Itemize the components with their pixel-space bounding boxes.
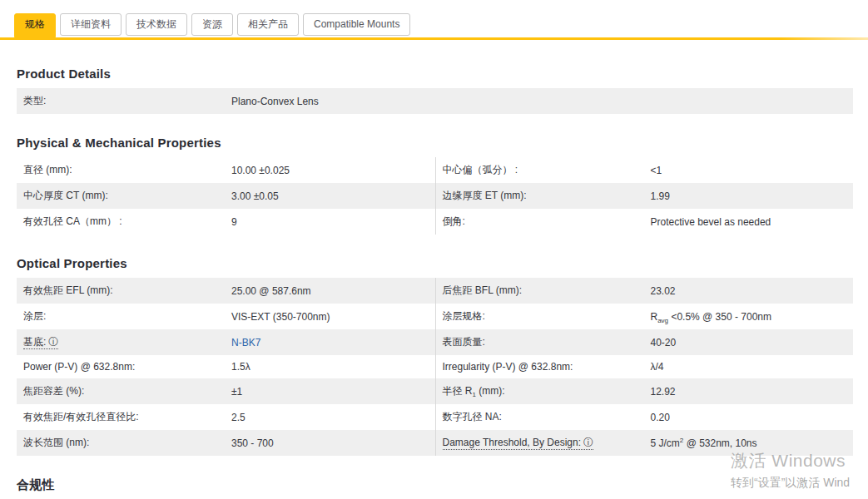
spec-cell: 有效孔径 CA（mm） :9 [17, 209, 435, 235]
spec-row: 涂层:VIS-EXT (350-700nm)涂层规格:Ravg <0.5% @ … [17, 304, 853, 329]
spec-value: 350 - 700 [231, 437, 274, 449]
tab-bar: 规格详细资料技术数据资源相关产品Compatible Mounts [0, 0, 868, 37]
spec-value: 0.20 [651, 412, 670, 423]
spec-label-text: 数字孔径 NA: [443, 411, 502, 422]
spec-label: 类型: [23, 94, 231, 108]
spec-label-text: 有效孔径 CA（mm） : [23, 215, 122, 227]
spec-label-text: 涂层规格: [443, 310, 485, 322]
spec-row: 波长范围 (nm):350 - 700Damage Threshold, By … [17, 430, 853, 456]
spec-value: 12.92 [651, 386, 676, 398]
accent-underline [0, 37, 868, 40]
spec-value: ±1 [231, 386, 242, 398]
spec-label: Damage Threshold, By Design:ⓘ [443, 436, 651, 450]
spec-label-text: Power (P-V) @ 632.8nm: [23, 361, 135, 373]
spec-value: 3.00 ±0.05 [231, 190, 279, 202]
spec-value: 23.02 [651, 285, 676, 297]
spec-label: 波长范围 (nm): [23, 436, 231, 450]
spec-label: 基底:ⓘ [23, 335, 231, 349]
spec-cell: Power (P-V) @ 632.8nm:1.5λ [17, 355, 435, 378]
spec-label-text: 后焦距 BFL (mm): [443, 284, 523, 296]
spec-table: 直径 (mm):10.00 ±0.025中心偏（弧分） :<1中心厚度 CT (… [17, 157, 853, 235]
spec-label-text: 边缘厚度 ET (mm): [443, 190, 527, 201]
spec-value: N-BK7 [231, 337, 260, 348]
spec-cell: 涂层:VIS-EXT (350-700nm) [17, 304, 435, 329]
spec-label-text: 倒角: [443, 215, 465, 227]
spec-value: Plano-Convex Lens [231, 96, 319, 107]
spec-cell: 表面质量:40-20 [435, 329, 854, 355]
spec-row: 有效焦距/有效孔径直径比:2.5数字孔径 NA:0.20 [17, 404, 853, 430]
section-optical-properties: Optical Properties有效焦距 EFL (mm):25.00 @ … [17, 256, 853, 456]
spec-value: Ravg <0.5% @ 350 - 700nm [651, 311, 772, 323]
spec-label: 涂层: [23, 309, 231, 324]
section-title-compliance: 合规性 [17, 477, 853, 493]
spec-cell: 中心偏（弧分） :<1 [435, 157, 854, 183]
tab-specifications[interactable]: 规格 [14, 13, 56, 37]
tab-resources[interactable]: 资源 [191, 13, 233, 36]
spec-cell: 后焦距 BFL (mm):23.02 [435, 278, 854, 304]
spec-cell: 有效焦距/有效孔径直径比:2.5 [17, 404, 435, 430]
spec-value: 5 J/cm2 @ 532nm, 10ns [651, 437, 757, 449]
spec-label: 涂层规格: [443, 309, 651, 324]
spec-cell: Damage Threshold, By Design:ⓘ5 J/cm2 @ 5… [435, 430, 854, 456]
spec-label: Power (P-V) @ 632.8nm: [23, 361, 231, 373]
spec-label: 直径 (mm): [23, 163, 231, 177]
spec-value: 1.5λ [231, 361, 250, 373]
spec-cell: 倒角:Protective bevel as needed [435, 209, 854, 235]
spec-row: 类型:Plano-Convex Lens [17, 88, 853, 114]
spec-row: 有效孔径 CA（mm） :9倒角:Protective bevel as nee… [17, 209, 853, 235]
spec-label: 焦距容差 (%): [23, 384, 231, 398]
spec-sections: Product Details类型:Plano-Convex LensPhysi… [17, 67, 853, 499]
spec-table: 有效焦距 EFL (mm):25.00 @ 587.6nm后焦距 BFL (mm… [17, 278, 853, 456]
section-product-details: Product Details类型:Plano-Convex Lens [17, 67, 853, 114]
spec-value: 40-20 [651, 337, 677, 348]
info-icon[interactable]: ⓘ [48, 336, 58, 348]
info-icon[interactable]: ⓘ [583, 437, 593, 448]
section-physical-mechanical-properties: Physical & Mechanical Properties直径 (mm):… [17, 136, 853, 235]
spec-cell: Irregularity (P-V) @ 632.8nm:λ/4 [435, 355, 854, 378]
spec-value: Protective bevel as needed [651, 216, 771, 228]
spec-label: Irregularity (P-V) @ 632.8nm: [443, 361, 651, 373]
spec-cell: 有效焦距 EFL (mm):25.00 @ 587.6nm [17, 278, 435, 304]
spec-row: 中心厚度 CT (mm):3.00 ±0.05边缘厚度 ET (mm):1.99 [17, 183, 853, 209]
section-compliance: 合规性RoHS:符合标准Certificate of Conformance:浏… [17, 477, 853, 499]
spec-cell: 数字孔径 NA:0.20 [435, 404, 854, 430]
spec-cell: 基底:ⓘN-BK7 [17, 329, 435, 355]
spec-cell: 波长范围 (nm):350 - 700 [17, 430, 435, 456]
spec-value: 9 [231, 216, 237, 228]
spec-label: 倒角: [443, 215, 651, 229]
spec-label-text: 中心厚度 CT (mm): [23, 190, 108, 201]
tab-related-products[interactable]: 相关产品 [237, 13, 299, 36]
spec-label-text: 波长范围 (nm): [23, 437, 89, 448]
spec-row: 有效焦距 EFL (mm):25.00 @ 587.6nm后焦距 BFL (mm… [17, 278, 853, 304]
spec-label-text: 表面质量: [443, 336, 485, 348]
spec-label-text: 焦距容差 (%): [23, 385, 84, 397]
spec-value-link[interactable]: N-BK7 [231, 337, 260, 348]
tab-tech-data[interactable]: 技术数据 [126, 13, 187, 36]
spec-row: Power (P-V) @ 632.8nm:1.5λIrregularity (… [17, 355, 853, 378]
spec-value: <1 [651, 165, 662, 176]
spec-label: 有效孔径 CA（mm） : [23, 215, 231, 229]
spec-cell: 半径 R1 (mm):12.92 [435, 378, 854, 404]
spec-label: 半径 R1 (mm): [443, 384, 651, 398]
spec-label-text: 类型: [23, 95, 46, 106]
spec-label-text[interactable]: 基底:ⓘ [23, 336, 58, 349]
spec-label: 有效焦距 EFL (mm): [23, 284, 231, 298]
spec-label: 中心厚度 CT (mm): [23, 189, 231, 203]
tab-compatible-mounts[interactable]: Compatible Mounts [303, 13, 410, 36]
tab-details[interactable]: 详细资料 [60, 13, 122, 36]
spec-cell: 涂层规格:Ravg <0.5% @ 350 - 700nm [435, 304, 854, 329]
spec-value: 2.5 [231, 412, 246, 423]
spec-cell: 中心厚度 CT (mm):3.00 ±0.05 [17, 183, 435, 209]
spec-label-text: 直径 (mm): [23, 164, 72, 175]
spec-row: 直径 (mm):10.00 ±0.025中心偏（弧分） :<1 [17, 157, 853, 183]
spec-value: VIS-EXT (350-700nm) [231, 311, 330, 323]
spec-label-text: 有效焦距 EFL (mm): [23, 284, 113, 296]
spec-row: 焦距容差 (%):±1半径 R1 (mm):12.92 [17, 378, 853, 404]
spec-label-text[interactable]: Damage Threshold, By Design:ⓘ [443, 437, 594, 450]
spec-label-text: 中心偏（弧分） : [443, 164, 518, 175]
spec-label: 中心偏（弧分） : [443, 163, 651, 177]
spec-cell: 类型:Plano-Convex Lens [17, 88, 853, 114]
spec-label-text: Irregularity (P-V) @ 632.8nm: [443, 361, 573, 373]
spec-label-text: 有效焦距/有效孔径直径比: [23, 411, 139, 422]
spec-table: 类型:Plano-Convex Lens [17, 88, 853, 114]
